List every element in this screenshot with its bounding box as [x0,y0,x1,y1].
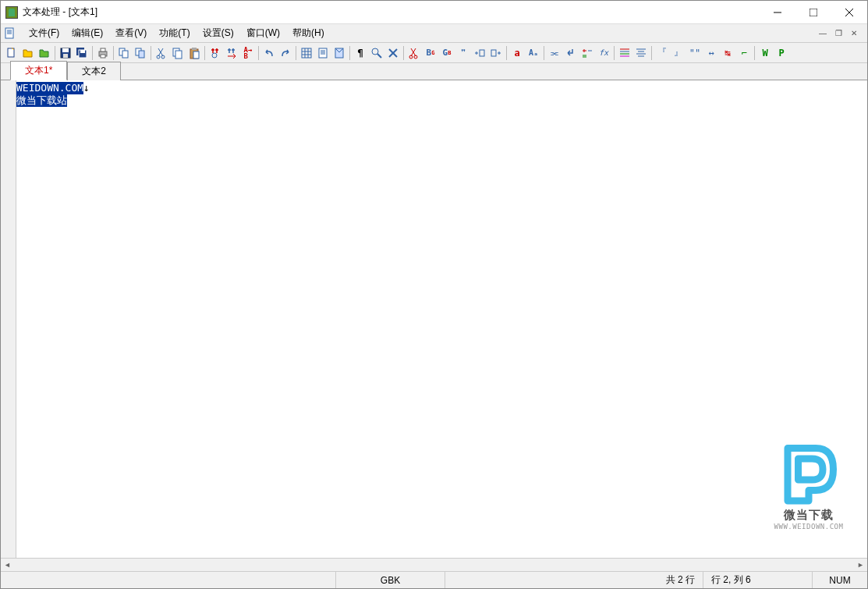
copy-doc2-icon[interactable] [133,45,148,61]
status-cursor-pos: 行 2, 列 6 [703,572,813,588]
mdi-controls: — ❐ ✕ [816,27,864,40]
scissors-red-icon[interactable] [406,45,422,61]
tab-handle[interactable] [1,63,7,80]
editor-line: WEIDOWN.COM↓ [16,82,867,94]
grid-icon[interactable] [299,45,314,61]
pilcrow-icon[interactable]: ¶ [353,45,368,61]
status-message [1,572,336,588]
hrule1-icon[interactable]: ↔ [703,45,719,61]
text-editor[interactable]: WEIDOWN.COM↓ 微当下载站 微当下载 WWW.WEIDOWN.COM [16,80,867,558]
redo-icon[interactable] [278,45,293,61]
undo-icon[interactable] [261,45,277,61]
hrule2-icon[interactable]: ↹ [720,45,735,61]
svg-rect-16 [101,48,105,51]
bracket-open-icon[interactable]: 『 [654,45,670,61]
svg-rect-25 [175,51,182,59]
svg-rect-21 [139,51,144,58]
print-icon[interactable] [95,45,111,61]
copy-doc1-icon[interactable] [116,45,132,61]
break-icon[interactable] [563,45,579,61]
horizontal-scrollbar[interactable]: ◄ ► [1,558,867,571]
svg-rect-27 [192,48,197,50]
new-icon[interactable] [4,45,19,61]
indent-icon[interactable] [617,45,632,61]
maximize-button[interactable] [795,1,831,23]
svg-point-40 [372,48,378,55]
tool-magnify-icon[interactable] [369,45,384,61]
f1-icon[interactable] [472,45,487,61]
angle-icon[interactable]: ⌐ [736,45,752,61]
svg-rect-19 [122,51,128,58]
watermark-logo: 微当下载 WWW.WEIDOWN.COM [758,433,859,534]
watermark-text: 微当下载 [784,508,834,523]
save-icon[interactable] [58,45,73,61]
status-encoding: GBK [336,572,445,588]
svg-rect-11 [63,54,68,58]
svg-rect-10 [62,48,69,52]
toolbar: A→B ¶ BG GB ❞ a Aₐ ⫘ fx 『 』 "" ↔ ↹ [1,43,867,63]
status-bar: GBK 共 2 行 行 2, 列 6 NUM [1,571,867,588]
menu-func[interactable]: 功能(T) [153,24,196,42]
mdi-minimize-button[interactable]: — [816,27,830,40]
scroll-left-icon[interactable]: ◄ [1,559,14,572]
menu-help[interactable]: 帮助(H) [286,24,331,42]
find-icon[interactable] [207,45,223,61]
scroll-right-icon[interactable]: ► [854,559,867,572]
svg-rect-1 [810,9,817,16]
calc-icon[interactable] [579,45,595,61]
menu-view[interactable]: 查看(V) [109,24,153,42]
menu-edit[interactable]: 编辑(E) [66,24,109,42]
replace-icon[interactable]: A→B [240,45,256,61]
cut-icon[interactable] [154,45,169,61]
tool-x-icon[interactable] [385,45,401,61]
window-controls [760,1,867,23]
close-button[interactable] [831,1,867,23]
mdi-close-button[interactable]: ✕ [847,27,861,40]
minimize-button[interactable] [760,1,795,23]
menu-window[interactable]: 窗口(W) [240,24,286,42]
svg-rect-28 [193,51,199,59]
separator [614,46,615,60]
status-line-count: 共 2 行 [658,572,703,588]
tab-doc1[interactable]: 文本1* [10,61,67,80]
w-icon[interactable]: W [757,45,773,61]
separator [296,46,296,60]
separator [506,46,507,60]
mdi-restore-button[interactable]: ❐ [831,27,845,40]
p-icon[interactable]: P [774,45,789,61]
tab-doc2[interactable]: 文本2 [67,62,121,80]
justify-icon[interactable] [633,45,649,61]
open-folder-icon[interactable] [37,45,52,61]
separator [92,46,93,60]
menu-icon [4,27,16,40]
find-next-icon[interactable] [224,45,239,61]
svg-rect-14 [80,50,85,53]
uppercase-icon[interactable]: Aₐ [526,45,541,61]
doc-icon[interactable] [315,45,331,61]
separator [55,46,55,60]
svg-rect-47 [491,50,496,56]
lowercase-icon[interactable]: a [509,45,525,61]
quote-icon[interactable]: "" [687,45,703,61]
paste-icon[interactable] [186,45,202,61]
u1-icon[interactable]: ⫘ [547,45,562,61]
save-all-icon[interactable] [74,45,90,61]
copy-icon[interactable] [170,45,186,61]
svg-point-29 [212,53,217,58]
bold-b-icon[interactable]: BG [423,45,438,61]
selected-text: WEIDOWN.COM [16,82,83,94]
g-icon[interactable]: GB [439,45,455,61]
open-icon[interactable] [20,45,36,61]
f2-icon[interactable] [488,45,504,61]
separator [113,46,114,60]
tab-bar: 文本1* 文本2 [1,63,867,80]
menu-file[interactable]: 文件(F) [23,24,66,42]
page-icon[interactable] [331,45,347,61]
menu-bar: 文件(F) 编辑(E) 查看(V) 功能(T) 设置(S) 窗口(W) 帮助(H… [1,24,867,43]
fx-icon[interactable]: fx [596,45,611,61]
separator [403,46,404,60]
title-bar: 文本处理 - [文本1] [1,1,867,24]
bracket-close-icon[interactable]: 』 [671,45,686,61]
quote-mark-icon[interactable]: ❞ [455,45,471,61]
menu-settings[interactable]: 设置(S) [197,24,240,42]
